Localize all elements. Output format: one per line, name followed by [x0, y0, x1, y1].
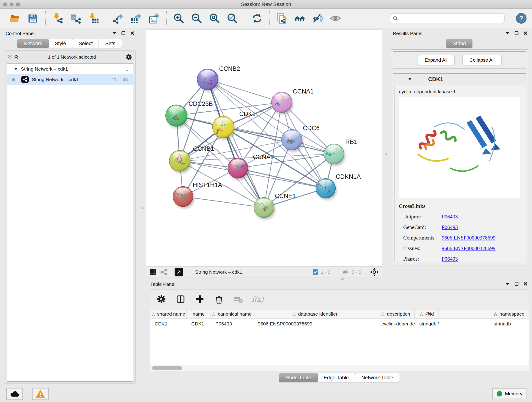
table-cell[interactable]: CDK1	[150, 319, 187, 329]
collection-expander-icon[interactable]	[14, 68, 18, 70]
hide-selected-button[interactable]	[311, 12, 324, 25]
gene-description: cyclin–dependent kinase 1	[394, 86, 525, 96]
table-toolbar: f(x)	[150, 289, 529, 309]
float-panel-icon[interactable]	[121, 31, 125, 35]
right-splitter-handle[interactable]	[385, 153, 387, 155]
column-hierarchy-icon	[292, 313, 296, 316]
collection-count: 1	[126, 66, 128, 72]
table-cell[interactable]: stringdb:9...	[415, 319, 439, 329]
cloud-icon	[10, 390, 20, 398]
network-options-button[interactable]	[124, 53, 133, 61]
toolbar-separator	[45, 11, 46, 26]
network-node-label-HIST1H1A: HIST1H1A	[193, 182, 222, 188]
import-table-from-file-button[interactable]	[87, 12, 100, 25]
crosslink-tissues-link[interactable]: 9606.ENSP00000378699	[442, 243, 496, 254]
table-cell[interactable]: 9606.ENSP00000378699	[253, 319, 377, 329]
panel-menu-icon[interactable]	[112, 32, 116, 35]
expand-all-button[interactable]: Expand All	[418, 55, 455, 65]
help-button[interactable]: ?	[516, 13, 526, 24]
tab-network[interactable]: Network	[17, 39, 49, 48]
crosslink-compartments-link[interactable]: 9606.ENSP00000378699	[442, 233, 496, 243]
search-input[interactable]	[400, 16, 502, 21]
tab-edge-table[interactable]: Edge Table	[317, 373, 355, 382]
import-table-icon	[88, 13, 99, 24]
left-splitter-handle[interactable]	[141, 207, 144, 209]
tab-string[interactable]: String	[446, 39, 472, 48]
expand-all-networks-button[interactable]	[13, 54, 19, 60]
warnings-button[interactable]	[32, 388, 49, 400]
crosslink-uniprot-link[interactable]: P06493	[442, 211, 458, 222]
network-collection-row[interactable]: String Network – cdk1 1	[7, 64, 133, 74]
panel-menu-icon[interactable]	[505, 283, 510, 285]
double-chevron-up-icon	[13, 54, 19, 60]
table-cell[interactable]: cyclin–dependent ...	[377, 319, 415, 329]
save-session-button[interactable]	[27, 12, 40, 25]
export-image-button[interactable]	[148, 12, 161, 25]
network-edge-HIST1H1A-CCNE1[interactable]	[183, 197, 264, 208]
column-header--id[interactable]: @id	[415, 309, 439, 319]
hidden-eye-slash-icon[interactable]	[342, 269, 349, 275]
collapse-all-button[interactable]: Collapse All	[462, 55, 502, 65]
open-session-button[interactable]	[9, 12, 22, 25]
memory-status-button[interactable]: Memory	[492, 389, 527, 399]
cloud-status-button[interactable]	[6, 388, 23, 400]
export-table-button[interactable]	[130, 12, 143, 25]
column-header-description[interactable]: description	[377, 309, 415, 319]
zoom-in-button[interactable]	[172, 12, 185, 25]
table-options-button[interactable]	[156, 293, 167, 305]
delete-column-button[interactable]	[213, 293, 225, 305]
crosslink-pharos-link[interactable]: P06493	[442, 254, 458, 262]
create-column-button[interactable]	[194, 293, 206, 305]
memory-status-dot	[497, 391, 502, 396]
birdseye-grid-button[interactable]	[149, 268, 157, 276]
close-panel-icon[interactable]	[524, 31, 527, 35]
table-cell[interactable]: CDK1	[187, 319, 211, 329]
collapse-all-networks-button[interactable]	[7, 54, 13, 60]
table-panel-content: f(x) shared namename canonical name data…	[150, 289, 529, 371]
close-panel-icon[interactable]	[130, 31, 134, 35]
show-column-selector-button[interactable]	[175, 293, 186, 305]
network-overview-button[interactable]	[160, 268, 168, 276]
column-header-namespace[interactable]: namespace	[439, 309, 529, 319]
table-cell[interactable]: stringdb	[439, 319, 529, 329]
delete-table-button-disabled[interactable]	[233, 293, 244, 305]
column-header-shared-name[interactable]: shared name	[150, 309, 187, 319]
network-graph[interactable]: CCNB2CCNA1CDC25BCDK1CDC6RB1CCNB1CCNA2CDK…	[146, 30, 382, 266]
export-network-button[interactable]	[112, 12, 125, 25]
collection-name: String Network – cdk1	[21, 66, 68, 72]
horizontal-splitter-handle[interactable]	[341, 278, 344, 280]
table-cell[interactable]: P06493	[211, 319, 253, 329]
tab-network-table[interactable]: Network Table	[355, 373, 400, 382]
import-network-from-database-button[interactable]	[70, 12, 82, 25]
entry-expander-icon[interactable]	[408, 78, 412, 80]
table-row[interactable]: CDK1CDK1P064939606.ENSP00000378699cyclin…	[150, 319, 529, 329]
zoom-out-button[interactable]	[190, 12, 203, 25]
zoom-selected-button[interactable]	[226, 12, 239, 25]
tab-style[interactable]: Style	[48, 39, 73, 48]
float-panel-icon[interactable]	[515, 31, 519, 35]
clone-network-button[interactable]	[276, 12, 288, 25]
crosslink-genecard-link[interactable]: P06493	[442, 222, 458, 233]
tab-sets[interactable]: Sets	[99, 39, 122, 48]
column-header-name[interactable]: name	[187, 309, 211, 319]
scrollbar-thumb[interactable]	[152, 366, 182, 370]
panel-menu-icon[interactable]	[505, 32, 510, 35]
fit-content-crosshair-icon[interactable]	[370, 267, 379, 277]
function-builder-button[interactable]: f(x)	[252, 295, 264, 303]
open-in-window-chip[interactable]	[175, 268, 183, 276]
network-row[interactable]: String Network – cdk1 11 48	[7, 74, 133, 85]
import-network-from-file-button[interactable]	[51, 12, 64, 25]
column-header-database-identifier[interactable]: database identifier	[253, 309, 377, 319]
zoom-fit-button[interactable]	[208, 12, 221, 25]
refresh-layout-button[interactable]	[251, 12, 264, 25]
tab-node-table[interactable]: Node Table	[279, 373, 318, 382]
tab-select[interactable]: Select	[72, 39, 99, 48]
share-gray-icon	[160, 268, 167, 276]
network-canvas[interactable]: CCNB2CCNA1CDC25BCDK1CDC6RB1CCNB1CCNA2CDK…	[146, 29, 382, 266]
show-all-button[interactable]	[329, 12, 342, 25]
column-header-canonical-name[interactable]: canonical name	[211, 309, 253, 319]
close-panel-icon[interactable]	[524, 282, 527, 286]
selected-checkbox-icon[interactable]	[312, 269, 318, 275]
float-panel-icon[interactable]	[515, 282, 519, 286]
first-neighbors-button[interactable]	[293, 12, 306, 25]
